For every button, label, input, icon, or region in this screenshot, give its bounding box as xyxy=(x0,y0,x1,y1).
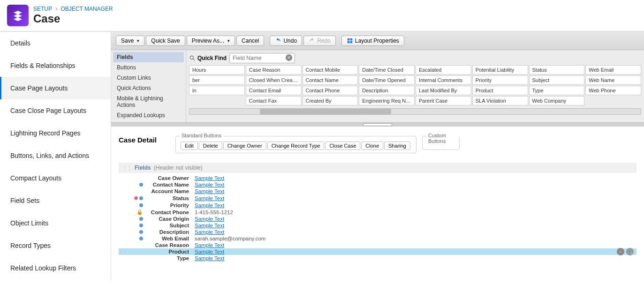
sidebar-item-lightning-record-pages[interactable]: Lightning Record Pages xyxy=(0,122,111,144)
std-button-change-owner[interactable]: Change Owner xyxy=(223,142,266,150)
required-dot-icon xyxy=(139,196,143,200)
breadcrumb-setup[interactable]: SETUP xyxy=(33,6,52,12)
palette-field[interactable]: Last Modified By xyxy=(416,86,471,95)
field-label: Description xyxy=(143,229,195,235)
palette-field[interactable]: Parent Case xyxy=(416,96,471,105)
field-value: Sample Text xyxy=(195,242,636,248)
breadcrumb-object-manager[interactable]: OBJECT MANAGER xyxy=(61,6,113,12)
palette-field[interactable]: Web Email xyxy=(585,65,641,75)
field-row[interactable]: Contact NameSample Text xyxy=(119,181,636,188)
std-button-edit[interactable]: Edit xyxy=(181,142,198,150)
palette-field[interactable]: Priority xyxy=(472,75,528,85)
palette-field[interactable]: Case Reason xyxy=(246,65,302,75)
field-row[interactable]: Account NameSample Text xyxy=(119,188,636,194)
quick-save-button[interactable]: Quick Save xyxy=(146,36,185,46)
palette-field[interactable]: Contact Fax xyxy=(246,96,302,105)
field-label: Case Reason xyxy=(143,242,195,248)
field-row[interactable]: SubjectSample Text xyxy=(119,222,636,229)
sidebar-item-field-sets[interactable]: Field Sets xyxy=(0,189,111,212)
field-label: Subject xyxy=(143,223,195,228)
palette-field[interactable]: Potential Liability xyxy=(472,65,528,75)
grip-icon: ⋮⋮ xyxy=(122,165,132,171)
std-button-change-record-type[interactable]: Change Record Type xyxy=(267,142,325,150)
palette-field[interactable]: Status xyxy=(529,65,585,75)
sidebar-item-case-close-page-layouts[interactable]: Case Close Page Layouts xyxy=(0,99,111,122)
field-label: Account Name xyxy=(143,188,195,194)
palette-field[interactable]: Contact Name xyxy=(303,75,358,85)
field-row[interactable]: TypeSample Text xyxy=(119,255,636,262)
palette-field[interactable]: Engineering Req N... xyxy=(359,96,415,105)
std-button-close-case[interactable]: Close Case xyxy=(325,142,360,150)
sidebar-item-case-page-layouts[interactable]: Case Page Layouts xyxy=(0,77,111,99)
palette-field[interactable]: Contact Email xyxy=(246,86,302,95)
palette-field[interactable]: Type xyxy=(529,86,585,95)
field-row[interactable]: ✱StatusSample Text xyxy=(119,194,636,202)
palette-field[interactable]: Contact Mobile xyxy=(303,65,358,75)
sidebar-item-object-limits[interactable]: Object Limits xyxy=(0,212,111,234)
std-button-clone[interactable]: Clone xyxy=(361,142,383,150)
lock-icon: 🔒 xyxy=(136,209,143,215)
palette-category-quick-actions[interactable]: Quick Actions xyxy=(113,83,184,93)
redo-button[interactable]: Redo xyxy=(303,36,336,46)
palette-field[interactable]: Contact Phone xyxy=(303,86,358,95)
palette-field[interactable]: Date/Time Opened xyxy=(359,75,415,85)
field-label: Priority xyxy=(143,202,195,208)
field-row[interactable]: PrioritySample Text xyxy=(119,202,636,209)
palette-field[interactable]: Web Company xyxy=(529,96,585,105)
palette-field[interactable]: Hours xyxy=(189,65,245,75)
field-value: Sample Text xyxy=(195,195,636,201)
field-row[interactable]: Case OriginSample Text xyxy=(119,216,636,222)
field-row[interactable]: Web Emailsarah.sample@company.com xyxy=(119,235,636,242)
page-header: SETUP › OBJECT MANAGER Case xyxy=(0,0,644,32)
layout-properties-button[interactable]: Layout Properties xyxy=(341,36,404,46)
field-row[interactable]: 🔒Contact Phone1-415-555-1212 xyxy=(119,209,636,216)
palette-field[interactable]: Subject xyxy=(529,75,585,85)
palette-field[interactable]: SLA Violation xyxy=(472,96,528,105)
palette-category-fields[interactable]: Fields xyxy=(113,52,184,62)
palette-field[interactable]: Internal Comments xyxy=(416,75,471,85)
palette-field[interactable]: in xyxy=(189,86,245,95)
sidebar-item-fields-relationships[interactable]: Fields & Relationships xyxy=(0,54,111,77)
cancel-button[interactable]: Cancel xyxy=(236,36,264,46)
palette-field[interactable]: Date/Time Closed xyxy=(359,65,415,75)
sidebar-item-details[interactable]: Details xyxy=(0,32,111,54)
std-button-delete[interactable]: Delete xyxy=(199,142,222,150)
field-label: Product xyxy=(143,249,195,254)
undo-button[interactable]: Undo xyxy=(270,36,302,46)
sidebar-item-record-types[interactable]: Record Types xyxy=(0,234,111,257)
svg-line-5 xyxy=(193,59,195,60)
palette-field[interactable]: Created By xyxy=(303,96,358,105)
required-star-icon: ✱ xyxy=(134,195,138,202)
field-row[interactable]: DescriptionSample Text xyxy=(119,229,636,235)
svg-rect-0 xyxy=(348,38,350,41)
save-button[interactable]: Save xyxy=(116,36,144,46)
sidebar-item-search-layouts[interactable]: Search Layouts xyxy=(0,279,111,280)
clear-icon[interactable]: ✕ xyxy=(286,54,292,61)
fields-section-header[interactable]: ⋮⋮ Fields (Header not visible) xyxy=(119,163,636,173)
svg-point-4 xyxy=(190,56,193,59)
quick-find-input[interactable] xyxy=(229,53,295,63)
palette-field[interactable]: Product xyxy=(472,86,528,95)
palette-field[interactable]: Closed When Created xyxy=(246,75,302,85)
palette-category-mobile-lightning-actions[interactable]: Mobile & Lightning Actions xyxy=(113,93,184,110)
palette-category-buttons[interactable]: Buttons xyxy=(113,62,184,73)
preview-as-button[interactable]: Preview As... xyxy=(187,36,235,46)
palette-category-custom-links[interactable]: Custom Links xyxy=(113,73,184,83)
std-button-sharing[interactable]: Sharing xyxy=(384,142,410,150)
palette-collapse-handle[interactable] xyxy=(111,123,644,127)
field-row[interactable]: ⋮⋮ProductSample Text−🔧 xyxy=(119,248,636,255)
sidebar-item-related-lookup-filters[interactable]: Related Lookup Filters xyxy=(0,257,111,279)
palette-scrollbar[interactable] xyxy=(189,108,641,115)
palette-field[interactable]: Web Name xyxy=(585,75,641,85)
sidebar-item-compact-layouts[interactable]: Compact Layouts xyxy=(0,167,111,189)
palette-field[interactable]: Description xyxy=(359,86,415,95)
remove-icon[interactable]: − xyxy=(617,248,624,255)
field-row[interactable]: Case ReasonSample Text xyxy=(119,242,636,248)
wrench-icon[interactable]: 🔧 xyxy=(626,248,634,255)
palette-field[interactable]: ber xyxy=(189,75,245,85)
field-row[interactable]: Case OwnerSample Text xyxy=(119,175,636,181)
sidebar-item-buttons-links-and-actions[interactable]: Buttons, Links, and Actions xyxy=(0,144,111,167)
palette-field[interactable]: Web Phone xyxy=(585,86,641,95)
palette-field[interactable]: Escalated xyxy=(416,65,471,75)
palette-category-expanded-lookups[interactable]: Expanded Lookups xyxy=(113,110,184,120)
